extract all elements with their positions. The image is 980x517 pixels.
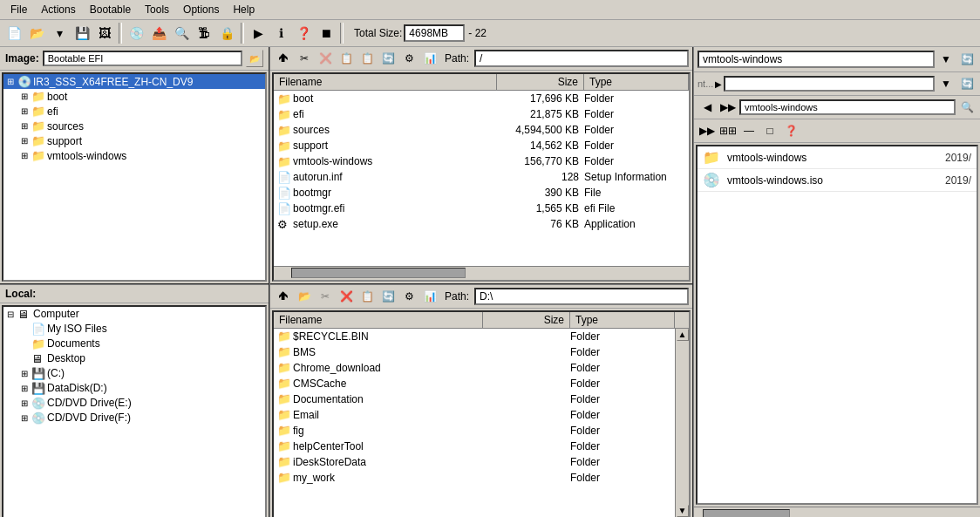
iso-up-button[interactable]: 🡹 — [274, 49, 293, 68]
tree-item-efi[interactable]: ⊞ 📁 efi — [3, 104, 265, 119]
local-tree[interactable]: ⊟ 🖥 Computer 📄 My ISO Files 📁 Documents — [2, 305, 267, 518]
local-file-list-body[interactable]: 📁$RECYCLE.BINFolder 📁BMSFolder 📁Chrome_d… — [274, 329, 689, 518]
iso-file-row[interactable]: 📄bootmgr390 KBFile — [274, 185, 689, 201]
local-open-button[interactable]: 📂 — [295, 287, 314, 306]
vmtools-item-0[interactable]: 📁 vmtools-windows 2019/ — [698, 146, 977, 169]
iso-file-row[interactable]: 📁boot17,696 KBFolder — [274, 91, 689, 106]
local-file-row[interactable]: 📁helpCenterToolFolder — [274, 439, 675, 454]
tree-item-documents[interactable]: 📁 Documents — [3, 337, 265, 351]
menu-bootable[interactable]: Bootable — [83, 2, 138, 17]
local-col-header-type[interactable]: Type — [570, 312, 675, 328]
tree-expand-boot[interactable]: ⊞ — [17, 92, 31, 101]
iso-delete-button[interactable]: ❌ — [316, 49, 335, 68]
vmtools-view-btn2[interactable]: ⊞⊞ — [718, 121, 738, 140]
tree-item-boot[interactable]: ⊞ 📁 boot — [3, 89, 265, 104]
vmtools-search-input[interactable] — [739, 99, 956, 115]
local-file-row[interactable]: 📁$RECYCLE.BINFolder — [274, 329, 675, 344]
local-file-row[interactable]: 📁DocumentationFolder — [274, 391, 675, 407]
iso-file-row[interactable]: 📁sources4,594,500 KBFolder — [274, 122, 689, 138]
tree-item-desktop[interactable]: 🖥 Desktop — [3, 351, 265, 366]
iso-file-row[interactable]: 📁efi21,875 KBFolder — [274, 106, 689, 122]
tree-item-computer[interactable]: ⊟ 🖥 Computer — [3, 307, 265, 322]
tree-item-root[interactable]: ⊞ 💿 IR3_SSS_X64FREE_ZH-CN_DV9 — [3, 74, 265, 89]
open-button[interactable]: 📂 — [26, 23, 47, 44]
local-path-input[interactable] — [474, 288, 689, 305]
simulate-button[interactable]: ▶ — [248, 23, 269, 44]
compress-button[interactable]: 🗜 — [194, 23, 214, 44]
extract-button[interactable]: 📤 — [148, 23, 169, 44]
tree-expand-computer[interactable]: ⊟ — [3, 310, 17, 319]
tree-expand-cddvd-e[interactable]: ⊞ — [17, 398, 31, 408]
iso-path-input[interactable] — [474, 50, 689, 67]
iso-copy-button[interactable]: 📋 — [337, 49, 356, 68]
vmtools-btn2[interactable]: ▶▶ — [718, 98, 738, 117]
navigate-button[interactable]: ⏹ — [316, 23, 337, 44]
iso-view-button[interactable]: 📊 — [420, 49, 439, 68]
vmtools-btn1[interactable]: ◀ — [698, 98, 717, 117]
tree-item-myiso[interactable]: 📄 My ISO Files — [3, 322, 265, 337]
menu-options[interactable]: Options — [176, 2, 226, 17]
tree-expand-sources[interactable]: ⊞ — [17, 121, 31, 131]
local-view-button[interactable]: 📊 — [420, 287, 439, 306]
local-file-row[interactable]: 📁BMSFolder — [274, 344, 675, 360]
iso-file-row[interactable]: 📁support14,562 KBFolder — [274, 138, 689, 153]
encrypt-button[interactable]: 🔒 — [216, 23, 237, 44]
tree-item-cddvd-e[interactable]: ⊞ 💿 CD/DVD Drive(E:) — [3, 396, 265, 411]
vmtools-go-btn[interactable]: 🔄 — [957, 74, 977, 93]
menu-actions[interactable]: Actions — [34, 2, 82, 17]
vmtools-view-btn3[interactable]: — — [739, 121, 759, 140]
iso-file-row[interactable]: 📄bootmgr.efi1,565 KBefi File — [274, 201, 689, 216]
vmtools-pane-btn[interactable]: □ — [760, 121, 779, 140]
iso-file-row[interactable]: 📁vmtools-windows156,770 KBFolder — [274, 153, 689, 169]
vmtools-list[interactable]: 📁 vmtools-windows 2019/ 💿 vmtools-window… — [696, 145, 978, 505]
tree-item-cddvd-f[interactable]: ⊞ 💿 CD/DVD Drive(F:) — [3, 411, 265, 425]
col-header-filename[interactable]: Filename — [274, 74, 497, 90]
local-copy-button[interactable]: 📋 — [357, 287, 377, 306]
local-file-row[interactable]: 📁my_workFolder — [274, 470, 675, 486]
col-header-type[interactable]: Type — [584, 74, 689, 90]
local-cut-button[interactable]: ✂ — [316, 287, 335, 306]
vmtools-address-input[interactable] — [698, 51, 935, 68]
info-button[interactable]: ℹ — [270, 23, 291, 44]
burn-button[interactable]: 💿 — [126, 23, 146, 44]
vmtools-search-btn[interactable]: 🔍 — [957, 98, 977, 117]
local-refresh-button[interactable]: 🔄 — [378, 287, 398, 306]
tree-item-c[interactable]: ⊞ 💾 (C:) — [3, 366, 265, 381]
iso-file-list-body[interactable]: 📁boot17,696 KBFolder 📁efi21,875 KBFolder… — [274, 91, 689, 266]
image-tree[interactable]: ⊞ 💿 IR3_SSS_X64FREE_ZH-CN_DV9 ⊞ 📁 boot ⊞… — [2, 72, 267, 282]
properties-button[interactable]: 🖼 — [94, 23, 115, 44]
iso-file-row[interactable]: 📄autorun.inf128Setup Information — [274, 169, 689, 185]
iso-refresh-button[interactable]: 🔄 — [378, 49, 398, 68]
image-browse-button[interactable]: 📂 — [246, 50, 263, 67]
dropdown-arrow[interactable]: ▾ — [49, 23, 70, 44]
local-props-button[interactable]: ⚙ — [399, 287, 419, 306]
help-button[interactable]: ❓ — [293, 23, 314, 44]
vmtools-view-btn1[interactable]: ▶▶ — [698, 121, 717, 140]
iso-file-row[interactable]: ⚙setup.exe76 KBApplication — [274, 216, 689, 232]
vmtools-path-dropdown[interactable]: ▼ — [936, 74, 956, 93]
total-size-input[interactable] — [404, 24, 465, 42]
tree-item-sources[interactable]: ⊞ 📁 sources — [3, 119, 265, 133]
col-header-size[interactable]: Size — [497, 74, 584, 90]
tree-expand-support[interactable]: ⊞ — [17, 136, 31, 146]
tree-item-support[interactable]: ⊞ 📁 support — [3, 133, 265, 148]
tree-expand-vmtools[interactable]: ⊞ — [17, 151, 31, 160]
vmtools-dropdown-btn[interactable]: ▼ — [936, 50, 956, 69]
local-delete-button[interactable]: ❌ — [337, 287, 356, 306]
iso-cut-button[interactable]: ✂ — [295, 49, 314, 68]
local-col-header-size[interactable]: Size — [483, 312, 570, 328]
image-name-input[interactable] — [43, 51, 242, 66]
vmtools-item-1[interactable]: 💿 vmtools-windows.iso 2019/ — [698, 169, 977, 192]
tree-expand-c[interactable]: ⊞ — [17, 369, 31, 378]
menu-tools[interactable]: Tools — [138, 2, 176, 17]
menu-help[interactable]: Help — [226, 2, 262, 17]
tree-expand-root[interactable]: ⊞ — [3, 77, 17, 86]
vmtools-nav-btn[interactable]: 🔄 — [957, 50, 977, 69]
tree-expand-cddvd-f[interactable]: ⊞ — [17, 413, 31, 423]
tree-expand-efi[interactable]: ⊞ — [17, 106, 31, 116]
iso-paste-button[interactable]: 📋 — [357, 49, 377, 68]
local-file-row[interactable]: 📁figFolder — [274, 423, 675, 439]
menu-file[interactable]: File — [3, 2, 34, 17]
vmtools-h-scrollbar[interactable] — [694, 507, 980, 517]
local-v-scrollbar[interactable]: ▲ ▼ — [675, 329, 689, 518]
